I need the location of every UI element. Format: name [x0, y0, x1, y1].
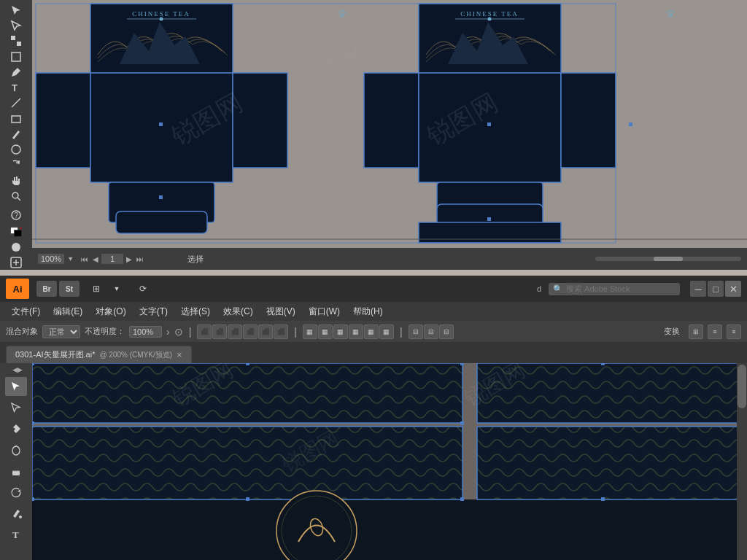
space-h2-btn[interactable]: ⊟ [439, 324, 454, 339]
opacity-input[interactable] [129, 326, 162, 338]
align-top-btn[interactable]: ⬛ [243, 324, 258, 339]
first-page-btn[interactable]: ⏮ [80, 254, 90, 265]
bridge-btn[interactable]: Br [36, 281, 57, 297]
menu-effect[interactable]: 效果(C) [217, 304, 259, 319]
page-input[interactable] [101, 254, 123, 264]
svg-marker-3 [12, 68, 20, 77]
tool-zoom[interactable] [6, 190, 26, 203]
tool-eraser-bottom[interactable] [5, 462, 27, 481]
last-page-btn[interactable]: ⏭ [135, 254, 145, 265]
tool-lasso[interactable] [6, 50, 26, 63]
options-layers-btn[interactable]: ≡ [708, 324, 722, 339]
options-more-btn[interactable]: ≡ [727, 324, 741, 339]
active-tab[interactable]: 0301-AI矢量展开图.ai* @ 200% (CMYK/预览) × [6, 346, 192, 363]
dist-v2-btn[interactable]: ▦ [349, 324, 363, 339]
align-left-btn[interactable]: ⬛ [197, 324, 212, 339]
tool-direct-selection-bottom[interactable] [5, 398, 27, 417]
tool-symbol[interactable] [6, 256, 26, 270]
svg-point-54 [12, 446, 20, 455]
tool-blob-bottom[interactable] [5, 440, 27, 459]
menu-select[interactable]: 选择(S) [175, 304, 216, 319]
svg-rect-62 [32, 363, 462, 423]
top-canvas-area[interactable]: CHINESE TEA [32, 0, 747, 270]
menu-edit[interactable]: 编辑(E) [47, 304, 88, 319]
view-dropdown-btn[interactable]: ▼ [107, 281, 126, 297]
maximize-btn[interactable]: □ [708, 281, 724, 297]
options-grid-btn[interactable]: ⊞ [689, 324, 703, 339]
tool-rotate-bottom[interactable] [5, 483, 27, 502]
tool-selection[interactable] [6, 3, 26, 17]
tool-color-box [7, 225, 26, 238]
tool-magic-wand[interactable] [6, 34, 26, 48]
svg-rect-77 [246, 363, 249, 365]
align-right-btn[interactable]: ⬛ [228, 324, 242, 339]
menu-view[interactable]: 视图(V) [260, 304, 301, 319]
sync-btn[interactable]: ⟳ [133, 281, 152, 297]
svg-point-7 [12, 145, 20, 154]
view-grid-btn[interactable]: ⊞ [87, 281, 106, 297]
align-center-v-btn[interactable]: ⬛ [258, 324, 273, 339]
space-v-btn[interactable]: ⊟ [424, 324, 438, 339]
svg-point-29 [160, 18, 163, 21]
close-btn[interactable]: ✕ [725, 281, 741, 297]
tool-rect[interactable] [6, 112, 26, 125]
dist-h2-btn[interactable]: ▦ [333, 324, 348, 339]
stock-btn[interactable]: St [59, 281, 80, 297]
tool-type-bottom[interactable]: T [5, 525, 27, 544]
tool-blob[interactable] [6, 143, 26, 157]
ai-logo: Ai [6, 279, 29, 299]
search-input[interactable] [566, 284, 668, 293]
menu-type[interactable]: 文字(T) [133, 304, 174, 319]
svg-point-43 [488, 18, 492, 21]
page-nav[interactable]: ⏮ ◀ ▶ ⏭ [80, 254, 145, 265]
opacity-arrow[interactable]: › [166, 326, 170, 338]
scrollbar-thumb[interactable] [738, 365, 746, 408]
menu-file[interactable]: 文件(F) [6, 304, 46, 319]
zoom-value[interactable]: 100% [38, 254, 64, 264]
menu-window[interactable]: 窗口(W) [303, 304, 346, 319]
next-page-btn[interactable]: ▶ [125, 254, 133, 265]
canvas-statusbar: 100% ▼ ⏮ ◀ ▶ ⏭ 选择 [32, 248, 747, 270]
dist-v-btn[interactable]: ▦ [318, 324, 333, 339]
title-bar: Ai Br St ⊞ ▼ ⟳ d 🔍 ─ □ ✕ [0, 276, 747, 302]
tab-close-btn[interactable]: × [177, 350, 182, 359]
space-h-btn[interactable]: ⊟ [409, 324, 423, 339]
zoom-dropdown-arrow[interactable]: ▼ [67, 255, 74, 262]
menu-object[interactable]: 对象(O) [90, 304, 131, 319]
dist-h-btn[interactable]: ▦ [303, 324, 317, 339]
minimize-btn[interactable]: ─ [690, 281, 706, 297]
status-select-label: 选择 [187, 254, 204, 265]
tool-selection-bottom[interactable] [5, 377, 27, 396]
svg-rect-37 [561, 73, 616, 168]
tool-direct-selection[interactable] [6, 18, 26, 32]
align-bottom-btn[interactable]: ⬛ [274, 324, 288, 339]
tool-question[interactable]: ? [6, 208, 26, 222]
svg-rect-0 [11, 36, 15, 40]
tool-rotate[interactable] [6, 158, 26, 172]
tool-hand[interactable] [6, 174, 26, 187]
title-search[interactable]: 🔍 [549, 283, 680, 295]
svg-rect-84 [460, 497, 464, 501]
vertical-scrollbar[interactable] [737, 363, 747, 560]
align-center-h-btn[interactable]: ⬛ [212, 324, 227, 339]
tool-type[interactable]: T [6, 80, 26, 94]
spacing-buttons: ⊟ ⊟ ⊟ [409, 324, 454, 339]
tool-pen[interactable] [6, 65, 26, 79]
dist-v3-btn[interactable]: ▦ [379, 324, 394, 339]
prev-page-btn[interactable]: ◀ [91, 254, 100, 265]
tools-expand[interactable]: ◀▶ [12, 366, 20, 373]
dist-h3-btn[interactable]: ▦ [364, 324, 379, 339]
tool-paintbucket-bottom[interactable] [5, 504, 27, 523]
menu-help[interactable]: 帮助(H) [347, 304, 389, 319]
tool-eyedropper[interactable] [6, 240, 26, 254]
blend-mode-select[interactable]: 正常 [42, 325, 80, 338]
tool-pen-bottom[interactable] [5, 419, 27, 438]
svg-rect-32 [159, 122, 163, 126]
canvas-work[interactable]: 锐图网 锐图网 锐图网 [32, 363, 737, 560]
transform-label[interactable]: 变换 [664, 326, 680, 337]
scroll-indicator[interactable] [595, 257, 741, 261]
tool-line[interactable] [6, 96, 26, 110]
zoom-control[interactable]: 100% ▼ [38, 254, 74, 264]
window-buttons: ─ □ ✕ [690, 281, 741, 297]
tool-brush[interactable] [6, 127, 26, 141]
